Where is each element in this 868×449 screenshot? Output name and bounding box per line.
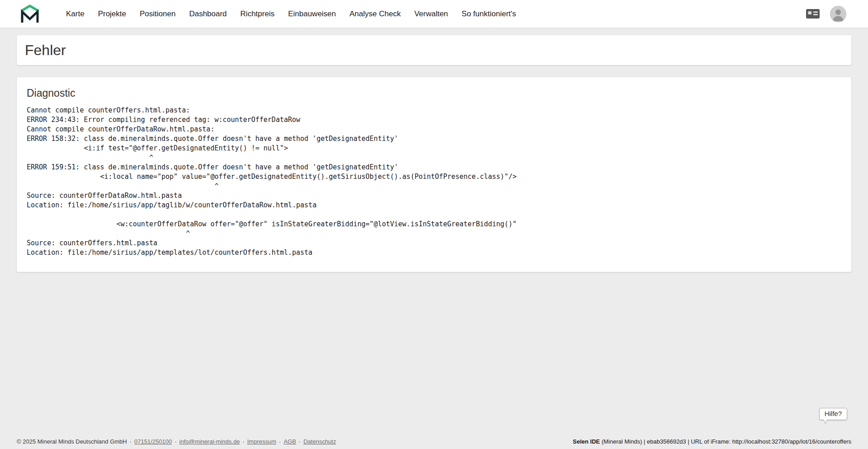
- diagnostic-output: Cannot compile counterOffers.html.pasta:…: [27, 106, 841, 257]
- debug-info: Selen IDE (Mineral Minds) | ebab356692d3…: [573, 438, 851, 445]
- page-title: Fehler: [25, 42, 66, 59]
- mineral-minds-logo[interactable]: [20, 4, 40, 24]
- nav-item-verwalten[interactable]: Verwalten: [414, 0, 448, 28]
- nav-item-karte[interactable]: Karte: [66, 0, 85, 28]
- nav-item-analyse-check[interactable]: Analyse Check: [349, 0, 401, 28]
- logo-m-icon: [20, 4, 40, 24]
- payment-card-icon[interactable]: [806, 9, 820, 19]
- help-button[interactable]: Hilfe?: [819, 408, 847, 420]
- main-nav: Karte Projekte Positionen Dashboard Rich…: [66, 0, 516, 28]
- nav-item-richtpreis[interactable]: Richtpreis: [241, 0, 275, 28]
- impressum-link[interactable]: Impressum: [247, 438, 276, 445]
- topbar-actions: [806, 6, 846, 22]
- footer-legal: © 2025 Mineral Minds Deutschland GmbH · …: [17, 438, 336, 445]
- phone-link[interactable]: 07151/250100: [134, 438, 172, 445]
- separator-dot: ·: [299, 438, 301, 445]
- error-card: Fehler: [17, 35, 851, 65]
- nav-item-projekte[interactable]: Projekte: [98, 0, 126, 28]
- user-avatar-icon[interactable]: [830, 6, 846, 22]
- separator-dot: ·: [279, 438, 281, 445]
- datenschutz-link[interactable]: Datenschutz: [303, 438, 336, 445]
- copyright-text: © 2025 Mineral Minds Deutschland GmbH: [17, 438, 127, 445]
- footer: © 2025 Mineral Minds Deutschland GmbH · …: [17, 438, 851, 445]
- separator-dot: ·: [130, 438, 132, 445]
- separator-dot: ·: [175, 438, 176, 445]
- nav-item-so-funktionierts[interactable]: So funktioniert's: [462, 0, 516, 28]
- ide-name: Selen IDE: [573, 438, 600, 445]
- nav-item-positionen[interactable]: Positionen: [140, 0, 175, 28]
- iframe-url-info: (Mineral Minds) | ebab356692d3 | URL of …: [600, 438, 851, 445]
- diagnostic-heading: Diagnostic: [27, 87, 841, 99]
- top-navigation-bar: Karte Projekte Positionen Dashboard Rich…: [0, 0, 868, 28]
- nav-item-dashboard[interactable]: Dashboard: [189, 0, 226, 28]
- diagnostic-card: Diagnostic Cannot compile counterOffers.…: [17, 77, 851, 272]
- nav-item-einbauweisen[interactable]: Einbauweisen: [288, 0, 336, 28]
- email-link[interactable]: info@mineral-minds.de: [179, 438, 240, 445]
- separator-dot: ·: [242, 438, 244, 445]
- agb-link[interactable]: AGB: [283, 438, 296, 445]
